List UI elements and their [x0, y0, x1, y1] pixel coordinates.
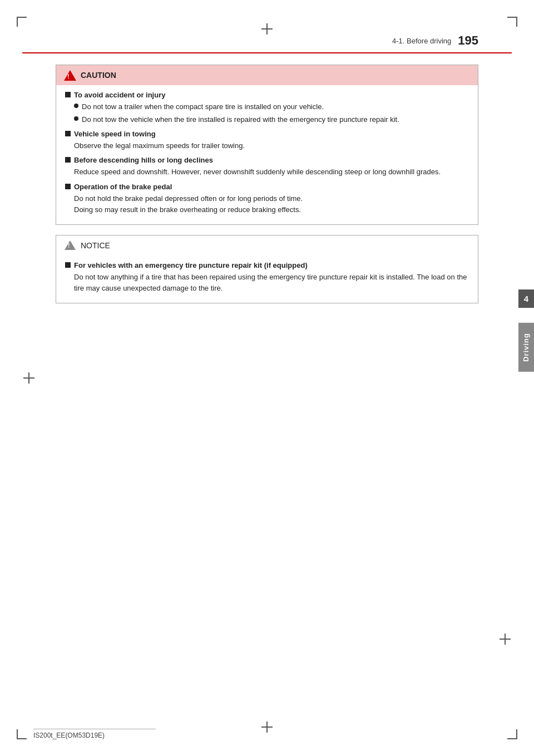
crosshair-left [23, 372, 34, 384]
caution-label: CAUTION [81, 71, 116, 80]
caution-bullet-1: Do not tow a trailer when the compact sp… [74, 101, 469, 112]
main-content: CAUTION To avoid accident or injury Do n… [22, 53, 512, 336]
corner-mark-bl [17, 729, 27, 739]
caution-bullet-1-text: Do not tow a trailer when the compact sp… [82, 101, 324, 112]
caution-section-2-text: Observe the legal maximum speeds for tra… [74, 140, 469, 151]
crosshair-top [261, 23, 273, 35]
bullet-circle-icon [74, 116, 78, 121]
notice-icon [64, 239, 76, 252]
caution-section-1-label: To avoid accident or injury [74, 91, 165, 99]
corner-mark-tl [17, 17, 27, 27]
notice-header: NOTICE [56, 235, 478, 256]
crosshair-right-bottom [500, 634, 511, 645]
caution-section-4-heading: Operation of the brake pedal [65, 183, 469, 191]
caution-section-4-text: Do not hold the brake pedal depressed of… [74, 193, 469, 215]
notice-section-1-heading: For vehicles with an emergency tire punc… [65, 261, 469, 269]
caution-icon [64, 69, 76, 81]
caution-section-1-heading: To avoid accident or injury [65, 91, 469, 99]
corner-mark-tr [507, 17, 517, 27]
caution-triangle-icon [64, 70, 76, 81]
caution-section-2-heading: Vehicle speed in towing [65, 130, 469, 138]
black-square-icon [65, 131, 71, 136]
bullet-circle-icon [74, 104, 78, 108]
black-square-icon [65, 184, 71, 189]
caution-header: CAUTION [56, 65, 478, 85]
corner-mark-br [507, 729, 517, 739]
crosshair-bottom [261, 721, 273, 733]
chapter-number: 4 [518, 289, 534, 308]
notice-body: For vehicles with an emergency tire punc… [56, 256, 478, 303]
caution-section-2-label: Vehicle speed in towing [74, 130, 156, 138]
chapter-label: Driving [518, 323, 534, 372]
notice-section-1-text: Do not tow anything if a tire that has b… [74, 272, 469, 294]
caution-section-3-label: Before descending hills or long declines [74, 156, 213, 164]
caution-bullet-2-text: Do not tow the vehicle when the tire ins… [82, 114, 399, 125]
notice-section-1-label: For vehicles with an emergency tire punc… [74, 261, 308, 269]
caution-section-4-label: Operation of the brake pedal [74, 183, 172, 191]
caution-body: To avoid accident or injury Do not tow a… [56, 85, 478, 224]
footer-code: IS200t_EE(OM53D19E) [33, 732, 105, 739]
black-square-icon [65, 92, 71, 97]
caution-box: CAUTION To avoid accident or injury Do n… [56, 65, 478, 225]
black-square-icon [65, 157, 71, 163]
notice-label: NOTICE [81, 241, 110, 250]
section-label: 4-1. Before driving [392, 37, 451, 45]
caution-section-3-text: Reduce speed and downshift. However, nev… [74, 166, 469, 178]
page-footer: IS200t_EE(OM53D19E) [33, 729, 156, 739]
black-square-icon [65, 262, 71, 268]
notice-box: NOTICE For vehicles with an emergency ti… [56, 235, 478, 303]
caution-section-3-heading: Before descending hills or long declines [65, 156, 469, 164]
caution-bullet-2: Do not tow the vehicle when the tire ins… [74, 114, 469, 125]
notice-triangle-icon [65, 240, 76, 250]
page-number: 195 [458, 33, 478, 48]
